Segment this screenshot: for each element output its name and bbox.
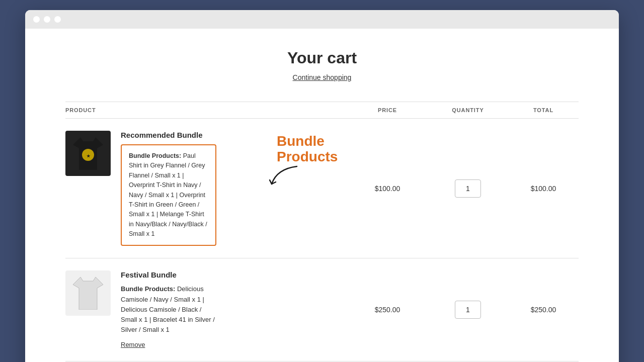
browser-dot-2 xyxy=(44,16,50,23)
bundle-annotation: Bundle Products xyxy=(277,134,338,165)
product-cell-2: Festival Bundle Bundle Products: Delicio… xyxy=(65,270,216,349)
product-image-2 xyxy=(65,270,111,316)
browser-content: Your cart Continue shopping PRODUCT PRIC… xyxy=(25,29,619,362)
header-product: PRODUCT xyxy=(65,107,216,113)
header-total: TOTAL xyxy=(508,107,579,113)
quantity-cell-2 xyxy=(428,301,508,319)
product-name-2: Festival Bundle xyxy=(121,270,216,279)
annotation-text: Bundle Products xyxy=(277,134,338,165)
product-info-2: Festival Bundle Bundle Products: Delicio… xyxy=(121,270,216,349)
cart-table-header: PRODUCT PRICE QUANTITY TOTAL xyxy=(65,102,579,119)
quantity-cell-1 xyxy=(428,179,508,198)
remove-link-2[interactable]: Remove xyxy=(121,341,145,348)
annotation-arrow-icon xyxy=(267,164,307,189)
cart-item-festival-bundle: Festival Bundle Bundle Products: Delicio… xyxy=(65,258,579,361)
svg-marker-3 xyxy=(73,277,103,310)
price-cell-2: $250.00 xyxy=(347,306,428,314)
bundle-box-1: Bundle Products: Paul Shirt in Grey Flan… xyxy=(121,144,216,246)
price-cell-1: $100.00 xyxy=(347,185,428,193)
total-cell-2: $250.00 xyxy=(508,306,579,314)
product-info-1: Recommended Bundle Bundle Products: Paul… xyxy=(121,131,216,246)
product-name-1: Recommended Bundle xyxy=(121,131,216,139)
cart-item-recommended-bundle: Bundle Products ★ xyxy=(65,119,579,258)
header-price: PRICE xyxy=(347,107,428,113)
continue-shopping-link[interactable]: Continue shopping xyxy=(65,73,579,81)
total-cell-1: $100.00 xyxy=(508,185,579,193)
product-image-1: ★ xyxy=(65,131,111,176)
browser-dot-3 xyxy=(54,16,61,23)
bundle-label-1: Bundle Products: xyxy=(129,152,181,159)
quantity-input-1[interactable] xyxy=(455,179,481,198)
quantity-input-2[interactable] xyxy=(455,301,481,319)
header-quantity: QUANTITY xyxy=(428,107,508,113)
svg-text:★: ★ xyxy=(87,154,91,158)
bundle-desc-1: Paul Shirt in Grey Flannel / Grey Flanne… xyxy=(129,152,207,237)
page-title: Your cart xyxy=(65,49,579,67)
product-cell-1: ★ Recommended Bundle Bundle Products: Pa… xyxy=(65,131,216,246)
browser-window: Your cart Continue shopping PRODUCT PRIC… xyxy=(25,10,619,362)
tshirt-dark-icon: ★ xyxy=(73,137,103,170)
browser-titlebar xyxy=(25,10,619,29)
bundle-label-2: Bundle Products: xyxy=(121,285,175,293)
browser-dot-1 xyxy=(33,16,40,23)
tshirt-light-icon xyxy=(73,277,103,310)
